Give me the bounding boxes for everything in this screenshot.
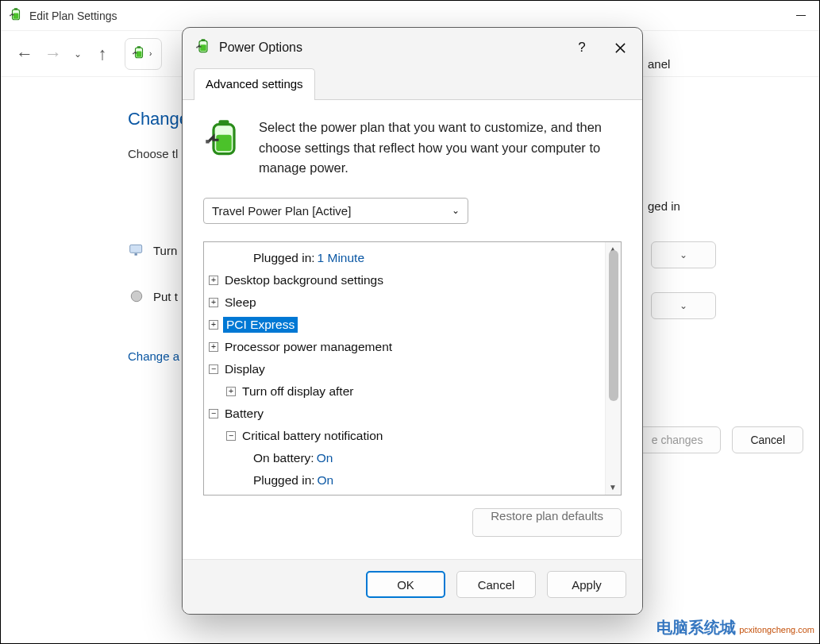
expand-icon[interactable]: + <box>226 387 236 396</box>
bg-dropdown-1[interactable]: ⌄ <box>651 241 716 268</box>
settings-tree[interactable]: Plugged in: 1 Minute + Desktop backgroun… <box>203 241 622 496</box>
collapse-icon[interactable]: − <box>226 431 236 441</box>
apply-button[interactable]: Apply <box>547 571 626 598</box>
bg-dropdown-2[interactable]: ⌄ <box>651 292 716 319</box>
svg-rect-4 <box>130 245 142 253</box>
expand-icon[interactable]: + <box>209 320 218 330</box>
power-breadcrumb-icon <box>132 45 146 63</box>
watermark-cn: 电脑系统城 <box>656 617 736 638</box>
tab-advanced-settings[interactable]: Advanced settings <box>194 68 315 100</box>
expand-icon[interactable]: + <box>209 298 218 307</box>
collapse-icon[interactable]: − <box>209 364 218 374</box>
watermark: 电脑系统城 pcxitongcheng.com <box>656 617 814 638</box>
nav-up-arrow[interactable]: ↑ <box>88 40 117 68</box>
nav-history-chevron[interactable]: ⌄ <box>67 40 88 68</box>
help-button[interactable]: ? <box>563 29 601 67</box>
tree-leaf-key: Plugged in: <box>253 251 315 265</box>
intro-text: Select the power plan that you want to c… <box>259 118 622 179</box>
close-button[interactable] <box>601 29 639 67</box>
chevron-down-icon: ⌄ <box>679 300 687 311</box>
nav-forward-arrow[interactable]: → <box>39 40 67 68</box>
scroll-down-arrow[interactable]: ▼ <box>607 482 618 493</box>
svg-rect-5 <box>135 253 137 256</box>
tree-node-desktop-bg[interactable]: Desktop background settings <box>223 273 385 287</box>
tree-leaf-value[interactable]: On <box>317 451 333 465</box>
power-plan-selected: Travel Power Plan [Active] <box>212 204 351 218</box>
change-advanced-link[interactable]: Change a <box>128 349 179 363</box>
restore-defaults-button[interactable]: Restore plan defaults <box>472 508 622 537</box>
dialog-titlebar[interactable]: Power Options ? <box>183 28 642 67</box>
tree-leaf-value[interactable]: 1 Minute <box>318 251 364 265</box>
put-sleep-label: Put t <box>153 290 178 303</box>
turn-off-label: Turn <box>153 244 177 257</box>
watermark-domain: pcxitongcheng.com <box>739 625 814 634</box>
tree-node-battery[interactable]: Battery <box>223 407 265 421</box>
chevron-down-icon: ⌄ <box>679 249 687 260</box>
tree-node-pci-express[interactable]: PCI Express <box>223 317 298 333</box>
dialog-footer: OK Cancel Apply <box>183 559 642 614</box>
monitor-icon <box>128 241 145 259</box>
tree-node-sleep[interactable]: Sleep <box>223 295 258 310</box>
plugged-in-header-partial: ged in <box>648 199 680 213</box>
ok-button[interactable]: OK <box>366 571 445 598</box>
power-dialog-icon <box>195 38 211 57</box>
expand-icon[interactable]: + <box>209 342 218 352</box>
breadcrumb[interactable]: › <box>125 38 162 70</box>
tree-leaf-value[interactable]: On <box>318 473 334 488</box>
power-app-icon <box>9 7 23 25</box>
cancel-button[interactable]: Cancel <box>456 571 536 598</box>
tree-leaf-key: On battery: <box>253 451 314 465</box>
cancel-button-bg[interactable]: Cancel <box>732 426 803 453</box>
minimize-button[interactable] <box>783 1 819 30</box>
tree-node-turn-off-display[interactable]: Turn off display after <box>241 384 355 399</box>
chevron-down-icon: ⌄ <box>452 205 460 216</box>
tree-node-crit-battery[interactable]: Critical battery notification <box>241 429 384 443</box>
tree-leaf-key: Plugged in: <box>253 473 315 488</box>
save-changes-button[interactable]: e changes <box>633 426 722 453</box>
dialog-title: Power Options <box>219 40 302 55</box>
chevron-right-icon: › <box>149 49 152 58</box>
scroll-thumb[interactable] <box>609 250 618 401</box>
power-large-icon <box>203 118 244 179</box>
tree-node-display[interactable]: Display <box>223 362 267 376</box>
tree-scrollbar[interactable]: ▲ ▼ <box>605 242 621 495</box>
power-options-dialog: Power Options ? Advanced settings Select… <box>182 27 643 615</box>
power-plan-select[interactable]: Travel Power Plan [Active] ⌄ <box>203 198 468 224</box>
tree-node-processor-pm[interactable]: Processor power management <box>223 340 394 354</box>
expand-icon[interactable]: + <box>209 276 218 285</box>
sleep-icon <box>128 287 145 305</box>
parent-title: Edit Plan Settings <box>29 10 117 22</box>
breadcrumb-tail: anel <box>648 57 670 71</box>
nav-back-arrow[interactable]: ← <box>10 40 39 68</box>
svg-point-6 <box>131 291 142 302</box>
collapse-icon[interactable]: − <box>209 409 218 418</box>
